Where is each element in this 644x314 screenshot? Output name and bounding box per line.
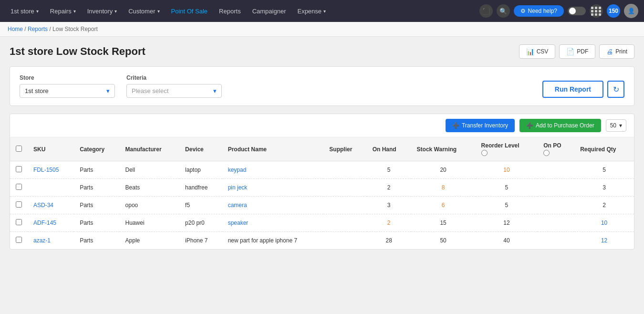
row-checkbox-cell[interactable] [10, 161, 28, 179]
nav-inventory[interactable]: Inventory ▾ [83, 5, 122, 18]
pdf-button[interactable]: 📄 PDF [559, 44, 595, 59]
store-filter-group: Store 1st store ▾ [20, 74, 115, 98]
csv-label: CSV [537, 48, 549, 55]
cell-on-hand: 28 [367, 232, 411, 250]
cell-stock-warning: 20 [411, 161, 476, 179]
customer-chevron-icon: ▾ [157, 9, 160, 14]
store-select[interactable]: 1st store ▾ [20, 84, 115, 98]
row-checkbox-cell[interactable] [10, 197, 28, 214]
row-checkbox[interactable] [16, 184, 22, 190]
add-po-plus-icon: ➕ [526, 122, 533, 129]
th-sku: SKU [28, 137, 74, 161]
store-chevron-icon: ▾ [36, 9, 39, 14]
page-size-dropdown[interactable]: 50 ▾ [606, 119, 626, 132]
nav-inventory-label: Inventory [87, 8, 113, 15]
report-header: 1st store Low Stock Report 📊 CSV 📄 PDF 🖨… [10, 44, 634, 59]
cell-product-name[interactable]: keypad [222, 161, 324, 179]
inventory-chevron-icon: ▾ [114, 9, 117, 14]
store-dropdown[interactable]: 1st store ▾ [6, 5, 43, 18]
cell-required-qty: 3 [574, 179, 634, 197]
print-button[interactable]: 🖨 Print [599, 44, 634, 59]
reorder-sort-radio[interactable] [481, 150, 488, 156]
header-actions: 📊 CSV 📄 PDF 🖨 Print [519, 44, 634, 59]
nav-campaigner[interactable]: Campaigner [248, 5, 291, 18]
search-icon[interactable]: 🔍 [497, 4, 510, 18]
store-select-chevron-icon: ▾ [106, 87, 110, 94]
row-checkbox[interactable] [16, 219, 22, 225]
cell-reorder-level: 5 [476, 197, 538, 214]
refresh-button[interactable]: ↻ [607, 81, 624, 98]
need-help-label: Need help? [528, 8, 557, 14]
toggle-switch[interactable] [568, 7, 586, 15]
store-filter-label: Store [20, 74, 115, 81]
barcode-icon[interactable]: ⬛ [479, 4, 493, 18]
cell-sku[interactable]: ASD-34 [28, 197, 74, 214]
repairs-chevron-icon: ▾ [73, 9, 76, 14]
select-all-checkbox[interactable] [16, 146, 22, 152]
run-report-button[interactable]: Run Report [542, 81, 603, 98]
filter-section: Store 1st store ▾ Criteria Please select… [10, 66, 634, 106]
top-navigation: 1st store ▾ Repairs ▾ Inventory ▾ Custom… [0, 0, 644, 22]
notification-badge[interactable]: 150 [607, 4, 620, 18]
cell-stock-warning: 8 [411, 179, 476, 197]
row-checkbox[interactable] [16, 201, 22, 208]
cell-product-name[interactable]: speaker [222, 214, 324, 232]
select-all-header[interactable] [10, 137, 28, 161]
breadcrumb-home[interactable]: Home [8, 26, 23, 32]
toggle-knob [569, 8, 576, 14]
table-header-row: SKU Category Manufacturer Device Product… [10, 137, 634, 161]
cell-reorder-level: 12 [476, 214, 538, 232]
csv-button[interactable]: 📊 CSV [519, 44, 556, 59]
th-manufacturer: Manufacturer [120, 137, 180, 161]
cell-product-name: new part for apple iphone 7 [222, 232, 324, 250]
cell-category: Parts [74, 161, 119, 179]
cell-required-qty: 2 [574, 197, 634, 214]
cell-stock-warning: 6 [411, 197, 476, 214]
grid-apps-icon[interactable] [590, 4, 603, 18]
refresh-icon: ↻ [613, 85, 619, 94]
cell-category: Parts [74, 214, 119, 232]
transfer-inventory-button[interactable]: ➕ Transfer Inventory [446, 119, 515, 132]
row-checkbox-cell[interactable] [10, 214, 28, 232]
badge-count: 150 [609, 8, 618, 14]
page-content: 1st store Low Stock Report 📊 CSV 📄 PDF 🖨… [0, 37, 644, 257]
user-avatar[interactable]: 👤 [624, 4, 638, 18]
row-checkbox[interactable] [16, 237, 22, 243]
criteria-select[interactable]: Please select ▾ [126, 84, 222, 98]
cell-supplier [323, 214, 366, 232]
cell-stock-warning: 15 [411, 214, 476, 232]
csv-icon: 📊 [526, 48, 534, 55]
nav-reports[interactable]: Reports [214, 5, 246, 18]
row-checkbox-cell[interactable] [10, 179, 28, 197]
cell-reorder-level: 10 [476, 161, 538, 179]
nav-expense[interactable]: Expense ▾ [292, 5, 331, 18]
nav-customer[interactable]: Customer ▾ [124, 5, 164, 18]
nav-expense-label: Expense [297, 8, 322, 15]
need-help-button[interactable]: ⚙ Need help? [514, 5, 564, 17]
cell-device: iPhone 7 [179, 232, 222, 250]
nav-point-of-sale[interactable]: Point Of Sale [166, 5, 213, 18]
nav-reports-label: Reports [219, 8, 241, 15]
breadcrumb-reports[interactable]: Reports [28, 26, 48, 32]
nav-repairs[interactable]: Repairs ▾ [45, 5, 81, 18]
table-section: ➕ Transfer Inventory ➕ Add to Purchase O… [10, 114, 634, 250]
cell-reorder-level: 40 [476, 232, 538, 250]
on-po-sort-radio[interactable] [543, 150, 550, 156]
table-row: PartsBeatshandfreepin jeck2853 [10, 179, 634, 197]
th-stock-warning: Stock Warning [411, 137, 476, 161]
cell-supplier [323, 232, 366, 250]
th-category: Category [74, 137, 119, 161]
cell-product-name[interactable]: pin jeck [222, 179, 324, 197]
cell-sku[interactable]: FDL-1505 [28, 161, 74, 179]
cell-sku[interactable]: azaz-1 [28, 232, 74, 250]
row-checkbox[interactable] [16, 166, 22, 172]
cell-sku[interactable]: ADF-145 [28, 214, 74, 232]
cell-category: Parts [74, 179, 119, 197]
cell-on-hand: 5 [367, 161, 411, 179]
row-checkbox-cell[interactable] [10, 232, 28, 250]
add-to-po-button[interactable]: ➕ Add to Purchase Order [519, 119, 601, 132]
store-name: 1st store [10, 8, 34, 15]
pdf-label: PDF [577, 48, 588, 55]
table-row: FDL-1505PartsDelllaptopkeypad520105 [10, 161, 634, 179]
cell-product-name[interactable]: camera [222, 197, 324, 214]
